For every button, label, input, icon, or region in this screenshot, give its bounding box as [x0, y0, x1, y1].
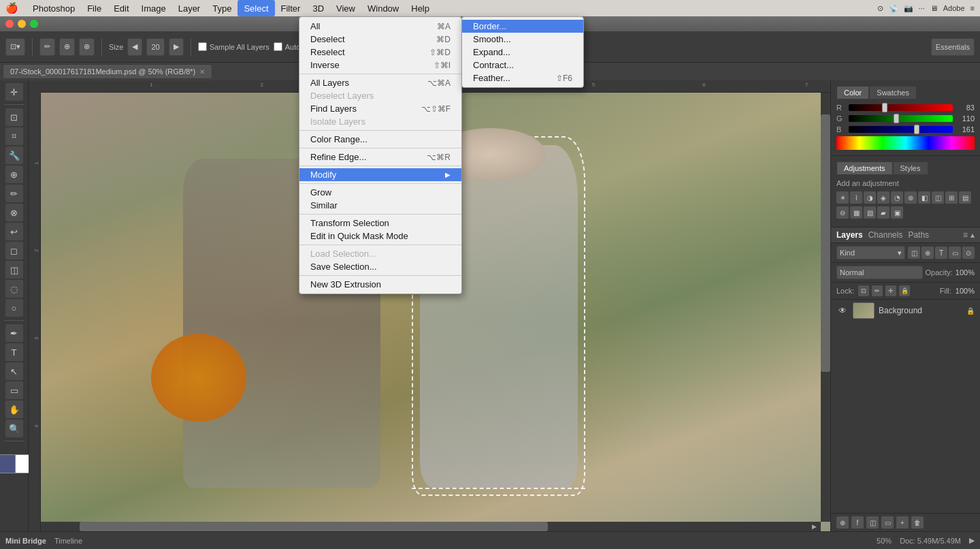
menu-similar[interactable]: Similar	[299, 199, 461, 212]
menu-type[interactable]: Type	[206, 0, 238, 16]
pen-tool[interactable]: ✒	[5, 324, 23, 342]
tab-styles[interactable]: Styles	[893, 161, 928, 175]
adj-hsl[interactable]: ◔	[891, 191, 903, 204]
tab-channels[interactable]: Channels	[868, 230, 903, 240]
adj-color-lookup[interactable]: ▤	[959, 191, 971, 204]
color-gradient-bar[interactable]	[836, 136, 975, 150]
menu-deselect[interactable]: Deselect ⌘D	[299, 33, 461, 46]
submenu-border[interactable]: Border...	[462, 20, 583, 33]
menu-select[interactable]: Select	[238, 0, 274, 16]
minimize-button[interactable]	[18, 20, 26, 28]
maximize-button[interactable]	[30, 20, 38, 28]
history-tool[interactable]: ↩	[5, 223, 23, 240]
menu-help[interactable]: Help	[405, 0, 436, 16]
adj-invert[interactable]: ⊖	[836, 206, 849, 219]
menu-layer[interactable]: Layer	[172, 0, 207, 16]
tab-layers[interactable]: Layers	[836, 230, 863, 240]
zoom-tool[interactable]: 🔍	[5, 420, 23, 437]
add-fx-icon[interactable]: f	[851, 516, 864, 529]
menu-color-range[interactable]: Color Range...	[299, 133, 461, 146]
fill-value[interactable]: 100%	[956, 287, 975, 295]
menu-inverse[interactable]: Inverse ⇧⌘I	[299, 59, 461, 72]
lock-pixel-icon[interactable]: ✏	[872, 285, 883, 296]
menu-3d[interactable]: 3D	[306, 0, 330, 16]
menu-3d-extrusion[interactable]: New 3D Extrusion	[299, 278, 461, 291]
blue-thumb[interactable]	[914, 125, 919, 134]
heal-btn[interactable]: ⊕	[59, 38, 75, 56]
adj-color-balance[interactable]: ⊛	[904, 191, 917, 204]
blue-slider[interactable]	[849, 126, 953, 133]
hand-tool[interactable]: ✋	[5, 401, 23, 418]
blend-mode-dropdown[interactable]: Normal	[836, 266, 923, 279]
green-slider[interactable]	[849, 115, 953, 122]
layers-panel-options[interactable]: ≡	[963, 230, 968, 240]
horizontal-scrollbar[interactable]: ▶	[41, 522, 821, 531]
mini-bridge-label[interactable]: Mini Bridge	[5, 537, 46, 545]
lock-all-icon[interactable]: 🔒	[899, 285, 910, 296]
eyedrop-tool[interactable]: 🔧	[5, 146, 23, 164]
vertical-scrollbar[interactable]	[821, 93, 830, 522]
adj-vibrance[interactable]: ◈	[877, 191, 889, 204]
filter-pixel-icon[interactable]: ◫	[908, 247, 920, 259]
adj-channel-mixer[interactable]: ⊞	[945, 191, 958, 204]
foreground-color[interactable]	[0, 454, 16, 473]
menu-file[interactable]: File	[81, 0, 108, 16]
tab-adjustments[interactable]: Adjustments	[836, 161, 893, 175]
selection-tool-btn[interactable]: ⊡▾	[5, 38, 25, 56]
filter-shape-icon[interactable]: ▭	[949, 247, 961, 259]
menu-find-layers[interactable]: Find Layers ⌥⇧⌘F	[299, 102, 461, 115]
red-slider[interactable]	[849, 104, 953, 111]
shape-tool[interactable]: ▭	[5, 381, 23, 399]
clone-tool[interactable]: ⊗	[5, 204, 23, 221]
timeline-label[interactable]: Timeline	[54, 537, 82, 545]
adj-gradient-map[interactable]: ▰	[877, 206, 889, 219]
size-up-btn[interactable]: ▶	[169, 38, 184, 56]
menu-window[interactable]: Window	[361, 0, 405, 16]
brush-btn[interactable]: ✏	[39, 38, 55, 56]
menu-all[interactable]: All ⌘A	[299, 20, 461, 33]
workspace-dropdown[interactable]: Essentials	[931, 38, 975, 56]
blur-tool[interactable]: ◌	[5, 280, 23, 298]
delete-layer-icon[interactable]: 🗑	[911, 516, 924, 529]
adj-posterize[interactable]: ▦	[850, 206, 862, 219]
close-button[interactable]	[5, 20, 14, 28]
adj-brightness[interactable]: ☀	[836, 191, 849, 204]
red-thumb[interactable]	[882, 103, 887, 112]
opacity-value[interactable]: 100%	[956, 268, 975, 277]
menu-edit[interactable]: Edit	[108, 0, 135, 16]
menu-modify[interactable]: Modify ▶	[299, 168, 461, 181]
layer-visibility-icon[interactable]: 👁	[836, 304, 849, 317]
lock-position-icon[interactable]: ✛	[885, 285, 896, 296]
crop-tool[interactable]: ⌗	[5, 127, 23, 145]
filter-smart-icon[interactable]: ⊙	[962, 247, 975, 259]
menu-all-layers[interactable]: All Layers ⌥⌘A	[299, 76, 461, 89]
menu-save-selection[interactable]: Save Selection...	[299, 260, 461, 273]
auto-enhance-input[interactable]	[274, 42, 282, 51]
path-select-tool[interactable]: ↖	[5, 362, 23, 380]
filter-type-icon[interactable]: T	[935, 247, 947, 259]
submenu-expand[interactable]: Expand...	[462, 46, 583, 59]
move-tool[interactable]: ✛	[5, 83, 23, 101]
eraser-tool[interactable]: ◻	[5, 242, 23, 260]
add-mask-icon[interactable]: ◫	[866, 516, 879, 529]
document-tab[interactable]: 07-iStock_000017617181Medium.psd @ 50% (…	[3, 64, 212, 79]
menu-reselect[interactable]: Reselect ⇧⌘D	[299, 46, 461, 59]
adj-bw[interactable]: ◧	[918, 191, 930, 204]
size-down-btn[interactable]: ◀	[127, 38, 142, 56]
menu-view[interactable]: View	[330, 0, 361, 16]
sample-layers-checkbox[interactable]: Sample All Layers	[198, 42, 270, 51]
tab-swatches[interactable]: Swatches	[869, 86, 917, 99]
apple-menu[interactable]: 🍎	[5, 2, 18, 14]
scroll-right-icon[interactable]: ▶	[969, 536, 975, 545]
menu-grow[interactable]: Grow	[299, 186, 461, 199]
brush-tool[interactable]: ✏	[5, 185, 23, 202]
submenu-feather[interactable]: Feather... ⇧F6	[462, 72, 583, 84]
new-group-icon[interactable]: ▭	[881, 516, 894, 529]
green-thumb[interactable]	[894, 114, 899, 123]
lock-transparent-icon[interactable]: ⊡	[858, 285, 869, 296]
tab-paths[interactable]: Paths	[908, 230, 929, 240]
type-tool[interactable]: T	[5, 343, 23, 361]
menu-quick-mask[interactable]: Edit in Quick Mask Mode	[299, 230, 461, 242]
adj-photo-filter[interactable]: ◫	[932, 191, 944, 204]
dodge-tool[interactable]: ○	[5, 299, 23, 317]
